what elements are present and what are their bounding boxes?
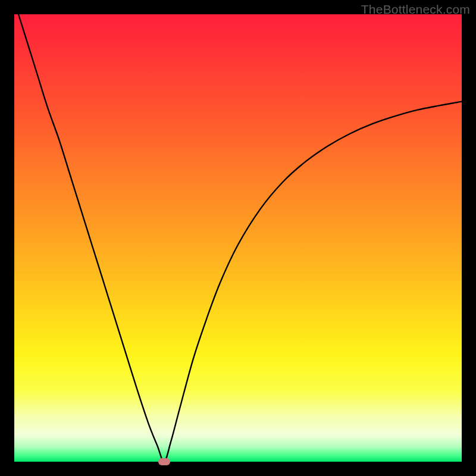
plot-area (14, 14, 462, 462)
chart-svg (14, 14, 462, 462)
gradient-background (14, 14, 462, 462)
watermark-text: TheBottleneck.com (361, 2, 470, 17)
chart-container: TheBottleneck.com (0, 0, 476, 476)
minimum-marker (158, 458, 170, 465)
